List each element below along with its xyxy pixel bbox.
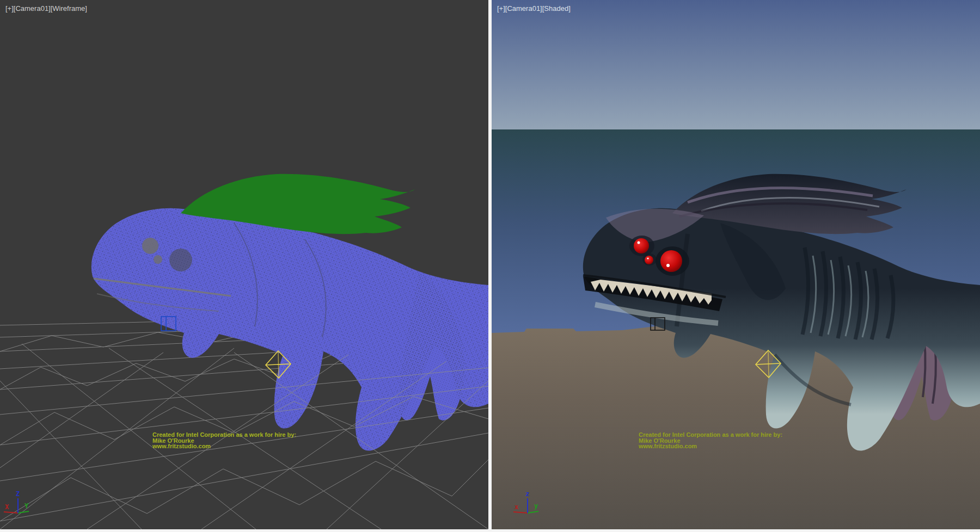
fish-eye-small-upper [634,238,649,253]
axis-z-label: Z [16,490,20,498]
fish-eye-tiny [154,255,162,264]
wireframe-scene: X Y Z [0,0,488,529]
sky [492,0,980,129]
axis-x-label: x [514,503,518,511]
axis-y-label: Y [24,502,29,510]
fish-eye-large [660,250,682,272]
fish-eye-tiny [645,256,653,264]
credit-text-shaded: Created for Intel Corporation as a work … [639,432,782,450]
viewport-shaded[interactable]: x y z [+][Camera01][Shaded] Created for … [492,0,980,529]
shaded-scene: x y z [492,0,980,529]
viewport-split-container: X Y Z [+][Camera01][Wireframe] Created f… [0,0,980,532]
viewport-border-bottom [0,529,980,532]
credit-line-3: www.fritzstudio.com [639,444,782,450]
viewport-label-shaded[interactable]: [+][Camera01][Shaded] [497,4,571,13]
axis-x-label: X [5,503,9,511]
viewport-wireframe[interactable]: X Y Z [+][Camera01][Wireframe] Created f… [0,0,488,529]
credit-text-wireframe: Created for Intel Corporation as a work … [152,432,296,450]
fish-eye-small-upper [142,238,158,254]
axis-z-label: z [525,490,529,498]
axis-y-label: y [534,502,538,510]
credit-line-3: www.fritzstudio.com [152,444,296,450]
viewport-label-wireframe[interactable]: [+][Camera01][Wireframe] [5,4,87,13]
